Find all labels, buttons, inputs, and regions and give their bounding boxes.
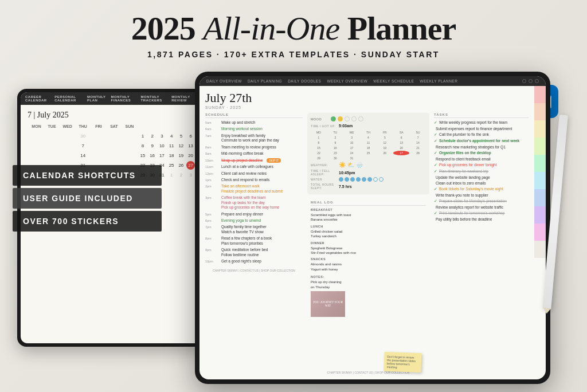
subtitle: 1,871 PAGES · 170+ EXTRA TEMPLATES · SUN… <box>131 50 456 59</box>
schedule-item: 8pm Read a few chapters of a bookPlan to… <box>205 236 303 246</box>
tab-lavender[interactable] <box>534 206 546 224</box>
month-header: 7 | July 2025 <box>28 111 196 120</box>
tasks-column: TASKS ✓ Write weekly progress report for… <box>434 113 529 374</box>
task-item: Pay utility bills before the deadline <box>434 217 529 221</box>
planner-content: July 27th SUNDAY · 2025 SCHEDULE 5am Wak… <box>199 86 546 379</box>
footer-text: CHAPTER SKINNY | CONTACT US | SHOP OUR C… <box>205 269 303 272</box>
planner-main: July 27th SUNDAY · 2025 SCHEDULE 5am Wak… <box>199 86 534 379</box>
planner-date-sub: SUNDAY · 2025 <box>205 105 529 109</box>
schedule-item: 2pm Take an afternoon walkFinalize proje… <box>205 184 303 194</box>
tab-sky[interactable] <box>534 172 546 189</box>
schedule-item: 1pm Check and respond to emails <box>205 178 303 182</box>
planner-columns: SCHEDULE 5am Wake up and stretch 6am Mor… <box>205 113 529 374</box>
tablet-right-screen: DAILY OVERVIEW DAILY PLANNING DAILY DOOD… <box>199 76 546 379</box>
sticky-note: Don't forget to review the presentation … <box>383 352 421 373</box>
task-item: ✓ Plan itinerary for weekend trip <box>434 169 529 174</box>
tablet-right: DAILY OVERVIEW DAILY PLANNING DAILY DOOD… <box>195 72 550 384</box>
task-item: Submit expenses report to finance depart… <box>434 127 529 131</box>
tab-blue[interactable] <box>534 189 546 206</box>
task-item: ✓ Schedule doctor's appointment for next… <box>434 139 529 143</box>
tab-neutral[interactable] <box>534 241 546 258</box>
water-dots <box>339 177 383 182</box>
task-item: ✓ Book tickets for Saturday's movie nigh… <box>434 187 529 191</box>
task-item: Research new marketing strategies for Q1 <box>434 145 529 149</box>
tab-color-sidebar <box>534 86 546 379</box>
schedule-item: 6pm Evening yoga to unwind <box>205 218 303 223</box>
snacks-section: SNACKS Almonds and raisinsYogurt with ho… <box>311 257 426 272</box>
tab-yellow[interactable] <box>534 120 546 138</box>
mood-dots <box>331 116 363 121</box>
schedule-item: 5am Wake up and stretch <box>205 120 303 125</box>
task-item: Write thank-you note to supplier <box>434 193 529 197</box>
meal-log: MEAL LOG BREAKFAST Scrambled eggs with t… <box>307 197 429 367</box>
schedule-item: 10pm Get a good night's sleep <box>205 259 303 264</box>
task-item: ✓ Organize files on the desktop <box>434 151 529 155</box>
breakfast-section: BREAKFAST Scrambled eggs with toastBanan… <box>311 208 426 222</box>
schedule-item: 9pm Quick meditation before bedFollow be… <box>205 248 303 257</box>
weather-row: WEATHER: ☀️ ⛅ 🌧️ <box>311 162 426 168</box>
schedule-item: 9am Mid-morning coffee break <box>205 151 303 156</box>
meal-log-header: MEAL LOG <box>311 201 426 206</box>
schedule-item: 8am Team meeting to review progress <box>205 145 303 150</box>
task-item: Review analytics report for website traf… <box>434 205 529 209</box>
nav-dot-2 <box>529 79 533 83</box>
tasks-header: TASKS <box>434 113 529 118</box>
mood-tracker: MOOD <box>311 116 426 121</box>
schedule-item: 7pm Quality family time togetherWatch a … <box>205 225 303 234</box>
badge-calendar-shortcuts: CALENDAR SHORTCUTS <box>13 165 162 186</box>
schedule-header: SCHEDULE <box>205 113 303 118</box>
notes-section: NOTES: Pick up dry cleaningon Thursday <box>311 275 426 289</box>
task-item: Respond to client feedback email <box>434 157 529 161</box>
nav-dots <box>522 79 539 83</box>
mid-column: MOOD <box>307 113 429 374</box>
nav-dot-1 <box>522 79 526 83</box>
schedule-item: 11am Lunch at a cafe with colleagues <box>205 164 303 169</box>
tablet-left-nav: CAREER CALENDAR PERSONAL CALENDAR MONTHL… <box>21 92 203 105</box>
nav-dot-3 <box>535 79 539 83</box>
title-section: 2025 All-in-One Planner 1,871 PAGES · 17… <box>131 10 456 59</box>
dinner-section: DINNER Spaghetti BologneseStir-Fried veg… <box>311 241 426 256</box>
trackers-section: MOOD <box>307 113 429 194</box>
task-item: ✓ Print handouts for tomorrow's workshop <box>434 211 529 215</box>
time-got-up: TIME I GOT UP: 5:03am <box>311 124 426 128</box>
tab-peach[interactable] <box>534 103 546 120</box>
schedule-item: 5pm Prepare and enjoy dinner <box>205 212 303 217</box>
badge-user-guide: USER GUIDE INCLUDED <box>13 188 162 209</box>
sleep-row: TIME I FELL ASLEEP: 10:45pm <box>311 169 426 176</box>
schedule-item: 6am Morning workout session <box>205 127 303 131</box>
tab-pink[interactable] <box>534 86 546 103</box>
feature-badges: CALENDAR SHORTCUTS USER GUIDE INCLUDED O… <box>13 165 162 232</box>
motivational-box: YOU JOURNEY YOUR WAY <box>311 291 345 317</box>
planner-nav: DAILY OVERVIEW DAILY PLANNING DAILY DOOD… <box>199 76 546 86</box>
main-title: 2025 All-in-One Planner <box>131 10 456 47</box>
task-item: ✓ Call the plumber to fix the sink <box>434 132 529 137</box>
task-item: ✓ Pick up groceries for dinner tonight <box>434 163 529 167</box>
task-item: ✓ Prepare slides for Monday's presentati… <box>434 199 529 203</box>
schedule-item: 12pm Client call and review notes <box>205 171 303 176</box>
page-background: 2025 All-in-One Planner 1,871 PAGES · 17… <box>0 0 587 392</box>
task-item: ✓ Write weekly progress report for the t… <box>434 120 529 125</box>
badge-stickers: OVER 700 STICKERS <box>13 211 162 232</box>
task-item: Clean out inbox to zero emails <box>434 181 529 185</box>
schedule-column: SCHEDULE 5am Wake up and stretch 6am Mor… <box>205 113 303 374</box>
total-sleep-row: TOTAL HOURS SLEPT: 7.5 hrs <box>311 183 426 190</box>
schedule-item: 3pm Coffee break with the teamFinish up … <box>205 195 303 210</box>
lunch-section: LUNCH Grilled chicken saladTurkey sandwi… <box>311 225 426 239</box>
schedule-item: 10am Wrap up project deadline SKIP IT <box>205 158 303 163</box>
planner-date: July 27th <box>205 91 529 105</box>
task-item: Update the website landing page <box>434 175 529 179</box>
tab-rose[interactable] <box>534 224 546 241</box>
mini-calendar: MOTUWETHFRSASU 1234567 891011121314 1516… <box>311 130 426 160</box>
tab-mint[interactable] <box>534 155 546 172</box>
tab-lime[interactable] <box>534 138 546 155</box>
schedule-item: 7am Enjoy breakfast with familyCommute t… <box>205 134 303 143</box>
water-row: WATER <box>311 177 426 182</box>
